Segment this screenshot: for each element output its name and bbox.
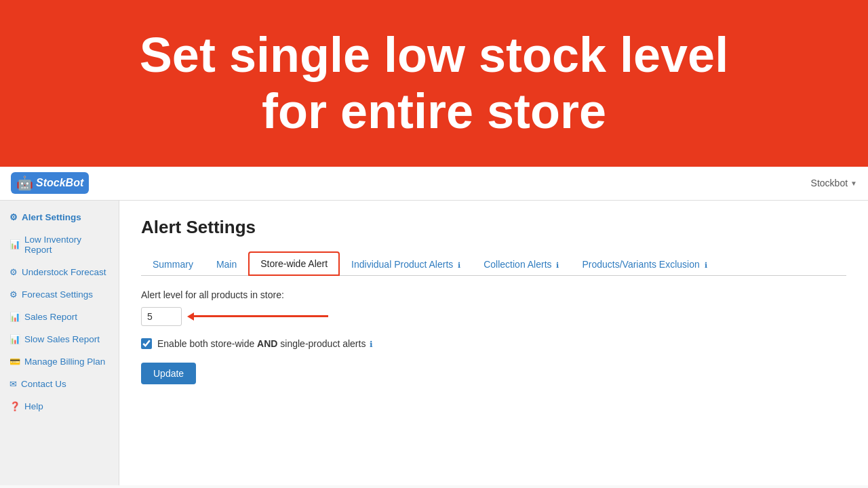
alert-level-input[interactable] <box>141 307 182 326</box>
sidebar-item-manage-billing-plan[interactable]: 💳 Manage Billing Plan <box>0 350 119 373</box>
sidebar-item-contact-us[interactable]: ✉ Contact Us <box>0 373 119 395</box>
help-icon: ❓ <box>9 401 20 411</box>
info-icon-individual: ℹ <box>458 261 460 269</box>
chart-icon: 📊 <box>9 239 20 249</box>
update-button[interactable]: Update <box>141 363 196 384</box>
enable-both-alerts-checkbox[interactable] <box>141 338 152 349</box>
sidebar: ⚙ Alert Settings 📊 Low Inventory Report … <box>0 201 119 485</box>
chevron-down-icon: ▼ <box>850 180 857 187</box>
app-layout: ⚙ Alert Settings 📊 Low Inventory Report … <box>0 201 868 485</box>
sidebar-item-forecast-settings[interactable]: ⚙ Forecast Settings <box>0 283 119 306</box>
page-title: Alert Settings <box>141 217 846 238</box>
info-icon-collection: ℹ <box>556 261 559 269</box>
hero-banner: Set single low stock level for entire st… <box>0 0 868 167</box>
user-label: Stockbot <box>811 178 848 188</box>
input-row <box>141 307 846 326</box>
hero-title: Set single low stock level for entire st… <box>14 27 854 140</box>
main-content: Alert Settings Summary Main Store-wide A… <box>119 201 868 485</box>
form-label: Alert level for all products in store: <box>141 289 846 300</box>
sidebar-item-sales-report[interactable]: 📊 Sales Report <box>0 306 119 328</box>
tab-individual-product-alerts[interactable]: Individual Product Alerts ℹ <box>340 253 472 276</box>
arrow-indicator <box>193 315 328 317</box>
mail-icon: ✉ <box>9 379 17 389</box>
arrow-line <box>193 315 328 317</box>
gear-icon-3: ⚙ <box>9 289 18 300</box>
tab-main[interactable]: Main <box>205 253 248 276</box>
logo-text: StockBot <box>36 177 83 189</box>
checkbox-label: Enable both store-wide AND single-produc… <box>157 338 373 349</box>
sidebar-item-help[interactable]: ❓ Help <box>0 395 119 418</box>
info-icon-exclusion: ℹ <box>705 261 707 269</box>
logo-area[interactable]: 🤖 StockBot <box>11 172 89 194</box>
logo-box: 🤖 StockBot <box>11 172 89 194</box>
tab-products-variants-exclusion[interactable]: Products/Variants Exclusion ℹ <box>570 253 718 276</box>
sidebar-item-understock-forecast[interactable]: ⚙ Understock Forecast <box>0 261 119 283</box>
tab-collection-alerts[interactable]: Collection Alerts ℹ <box>472 253 570 276</box>
tab-summary[interactable]: Summary <box>141 253 205 276</box>
user-menu[interactable]: Stockbot ▼ <box>811 178 857 188</box>
topbar: 🤖 StockBot Stockbot ▼ <box>0 167 868 201</box>
logo-robot-icon: 🤖 <box>16 175 33 191</box>
info-icon-checkbox: ℹ <box>370 340 373 349</box>
sidebar-item-slow-sales-report[interactable]: 📊 Slow Sales Report <box>0 328 119 350</box>
tab-store-wide-alert[interactable]: Store-wide Alert <box>248 251 340 276</box>
chart-icon-2: 📊 <box>9 312 20 322</box>
sidebar-item-low-inventory-report[interactable]: 📊 Low Inventory Report <box>0 228 119 261</box>
chart-icon-3: 📊 <box>9 334 20 344</box>
checkbox-row: Enable both store-wide AND single-produc… <box>141 338 846 349</box>
billing-icon: 💳 <box>9 357 20 367</box>
gear-icon-2: ⚙ <box>9 267 18 277</box>
tabs-bar: Summary Main Store-wide Alert Individual… <box>141 251 846 276</box>
sidebar-item-alert-settings[interactable]: ⚙ Alert Settings <box>0 206 119 228</box>
gear-icon: ⚙ <box>9 212 18 222</box>
